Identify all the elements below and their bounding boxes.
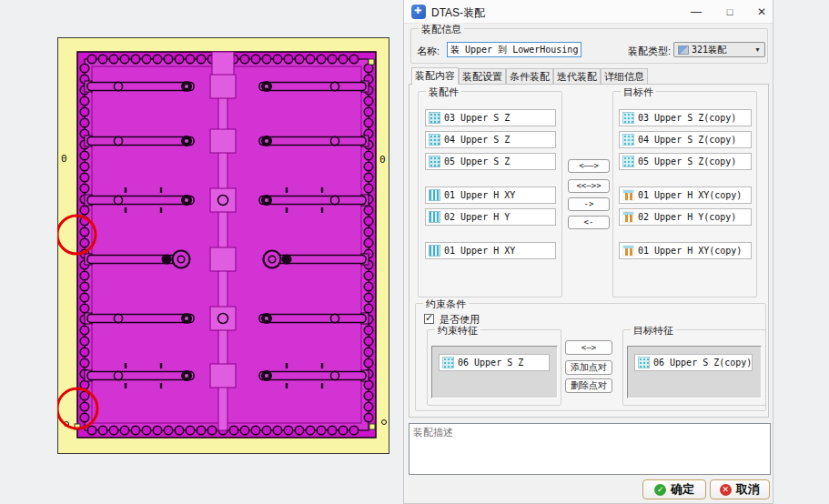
item-label: 05 Upper S Z bbox=[444, 156, 510, 166]
item-label: 01 Upper H XY(copy) bbox=[638, 190, 742, 200]
target-part-item[interactable]: 02 Upper H Y(copy) bbox=[619, 208, 752, 226]
add-point-pair-button[interactable]: 添加点对 bbox=[565, 360, 612, 375]
assembly-type-label: 装配类型: bbox=[628, 45, 671, 58]
assembly-part-item[interactable]: 01 Upper H XY bbox=[425, 242, 556, 259]
cancel-button[interactable]: 取消 bbox=[710, 479, 770, 499]
dtas-app-icon bbox=[411, 5, 426, 19]
cancel-button-label: 取消 bbox=[736, 481, 760, 498]
move-left-button[interactable]: <- bbox=[568, 216, 610, 229]
pin-feature-icon bbox=[622, 245, 634, 257]
surface-feature-icon bbox=[429, 134, 440, 146]
item-label: 01 Upper H XY bbox=[444, 190, 515, 200]
pin-feature-icon bbox=[622, 189, 634, 201]
chevron-down-icon: ▼ bbox=[754, 46, 761, 53]
minimize-button[interactable]: — bbox=[682, 0, 710, 24]
target-part-item[interactable]: 04 Upper S Z(copy) bbox=[619, 131, 752, 148]
cad-drawing: 0 0 bbox=[57, 37, 389, 454]
map-constraint-button[interactable]: <—> bbox=[565, 340, 612, 355]
target-part-item[interactable]: 01 Upper H XY(copy) bbox=[619, 186, 752, 204]
target-part-item[interactable]: 03 Upper S Z(copy) bbox=[619, 109, 752, 126]
assembly-part-item[interactable]: 02 Upper H Y bbox=[425, 208, 556, 226]
tab-assembly-settings[interactable]: 装配设置 bbox=[459, 68, 506, 84]
assembly-part-item[interactable]: 05 Upper S Z bbox=[425, 153, 556, 170]
target-part-item[interactable]: 05 Upper S Z(copy) bbox=[619, 153, 752, 170]
dtas-assembly-dialog: DTAS-装配 — □ ✕ 装配信息 名称: 装配类型: 321装配 ▼ 装配内… bbox=[403, 0, 773, 504]
left-zero-mark: 0 bbox=[61, 153, 67, 165]
item-label: 02 Upper H Y bbox=[444, 212, 510, 222]
hole-feature-icon bbox=[429, 189, 440, 201]
assembly-description-textarea[interactable] bbox=[409, 423, 771, 475]
move-right-button[interactable]: -> bbox=[568, 197, 610, 211]
cancel-x-icon bbox=[720, 484, 732, 496]
assembly-name-input[interactable] bbox=[447, 42, 581, 57]
surface-feature-icon bbox=[622, 134, 634, 146]
window-title: DTAS-装配 bbox=[431, 5, 485, 21]
use-constraint-label: 是否使用 bbox=[440, 313, 480, 327]
surface-feature-icon bbox=[442, 357, 454, 368]
assembly-info-group-label: 装配信息 bbox=[419, 23, 464, 36]
item-label: 01 Upper H XY(copy) bbox=[638, 246, 742, 256]
surface-feature-icon bbox=[622, 112, 634, 124]
hole-feature-icon bbox=[429, 211, 440, 223]
target-feature-group-label: 目标特征 bbox=[631, 324, 676, 338]
assembly-part-item[interactable]: 04 Upper S Z bbox=[425, 131, 556, 148]
title-bar[interactable]: DTAS-装配 — □ ✕ bbox=[404, 0, 773, 24]
map-all-button[interactable]: <<—>> bbox=[568, 179, 610, 193]
target-feature-item[interactable]: 06 Upper S Z(copy) bbox=[634, 354, 753, 371]
item-label: 01 Upper H XY bbox=[444, 246, 515, 256]
constraint-group-label: 约束条件 bbox=[423, 297, 469, 311]
item-label: 06 Upper S Z bbox=[458, 358, 523, 368]
hole-feature-icon bbox=[429, 245, 440, 257]
tab-conditional-assembly[interactable]: 条件装配 bbox=[506, 68, 553, 84]
assembly-part-item[interactable]: 01 Upper H XY bbox=[425, 186, 556, 204]
surface-feature-icon bbox=[622, 156, 634, 167]
close-button[interactable]: ✕ bbox=[748, 0, 775, 24]
item-label: 04 Upper S Z bbox=[444, 135, 510, 145]
tab-assembly-content[interactable]: 装配内容 bbox=[411, 67, 459, 85]
delete-point-pair-button[interactable]: 删除点对 bbox=[565, 378, 612, 393]
surface-feature-icon bbox=[638, 357, 650, 368]
assembly-type-icon bbox=[678, 45, 689, 55]
item-label: 05 Upper S Z(copy) bbox=[638, 156, 736, 166]
assembly-type-dropdown[interactable]: 321装配 ▼ bbox=[673, 42, 765, 57]
ok-button-label: 确定 bbox=[671, 481, 694, 498]
cad-part bbox=[75, 52, 376, 438]
item-label: 06 Upper S Z(copy) bbox=[653, 358, 752, 368]
map-pair-button[interactable]: <——> bbox=[568, 159, 610, 173]
tab-detail-info[interactable]: 详细信息 bbox=[601, 68, 648, 84]
assembly-part-item[interactable]: 03 Upper S Z bbox=[425, 109, 556, 126]
assembly-parts-group-label: 装配件 bbox=[426, 86, 461, 99]
ok-check-icon bbox=[654, 484, 666, 496]
target-part-item[interactable]: 01 Upper H XY(copy) bbox=[619, 242, 752, 259]
surface-feature-icon bbox=[429, 156, 440, 167]
surface-feature-icon bbox=[429, 112, 440, 124]
target-parts-group-label: 目标件 bbox=[621, 86, 656, 99]
tab-iterative-assembly[interactable]: 迭代装配 bbox=[553, 68, 601, 84]
cad-viewport[interactable]: 0 0 bbox=[57, 37, 389, 454]
right-zero-mark: 0 bbox=[379, 154, 386, 166]
item-label: 04 Upper S Z(copy) bbox=[638, 135, 736, 145]
constraint-feature-item[interactable]: 06 Upper S Z bbox=[439, 354, 550, 371]
item-label: 03 Upper S Z(copy) bbox=[638, 113, 736, 123]
maximize-button[interactable]: □ bbox=[716, 0, 743, 24]
pin-feature-icon bbox=[622, 211, 634, 223]
name-label: 名称: bbox=[417, 45, 440, 58]
item-label: 03 Upper S Z bbox=[444, 113, 510, 123]
assembly-type-value: 321装配 bbox=[692, 44, 754, 56]
use-constraint-checkbox[interactable] bbox=[424, 314, 434, 324]
ok-button[interactable]: 确定 bbox=[642, 479, 706, 499]
item-label: 02 Upper H Y(copy) bbox=[638, 212, 736, 222]
